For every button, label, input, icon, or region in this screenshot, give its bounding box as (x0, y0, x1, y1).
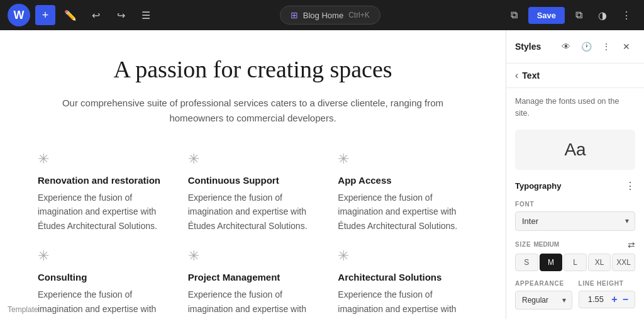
size-l-btn[interactable]: L (564, 254, 587, 271)
main-layout: A passion for creating spaces Our compre… (0, 30, 644, 319)
eye-icon-btn[interactable]: 👁 (557, 38, 575, 55)
topbar-right: ⧉ Save ⧉ ◑ ⋮ (504, 5, 636, 25)
feature-title: Consulting (38, 272, 168, 283)
history-icon-btn[interactable]: 🕐 (577, 38, 595, 55)
size-field-label: SIZE (515, 241, 531, 248)
preview-button[interactable]: ⧉ (504, 5, 525, 25)
dark-mode-button[interactable]: ◑ (592, 5, 613, 25)
typography-label: Typography (515, 181, 625, 191)
line-height-increase-btn[interactable]: + (610, 294, 618, 305)
appearance-select-wrapper: Regular Bold Italic ▾ (515, 291, 572, 310)
size-buttons: S M L XL XXL (515, 254, 635, 271)
feature-title: Continuous Support (188, 175, 318, 186)
features-grid: ✳ Renovation and restoration Experience … (38, 151, 468, 316)
asterisk-icon: ✳ (188, 248, 318, 264)
list-view-button[interactable]: ☰ (136, 5, 156, 25)
add-button[interactable]: + (35, 5, 55, 25)
size-xxl-btn[interactable]: XXL (612, 254, 635, 271)
font-field-label: FONT (515, 201, 635, 208)
appearance-select[interactable]: Regular Bold Italic (515, 291, 572, 310)
appearance-label: APPEARANCE (515, 280, 572, 287)
bottom-row: APPEARANCE Regular Bold Italic ▾ LINE HE… (515, 280, 635, 310)
feature-title: App Access (338, 175, 468, 186)
asterisk-icon: ✳ (188, 151, 318, 167)
asterisk-icon: ✳ (38, 248, 168, 264)
panel-header: Styles 👁 🕐 ⋮ ✕ (506, 30, 644, 64)
page-subtitle: Our comprehensive suite of professional … (38, 96, 468, 126)
wp-logo[interactable]: W (8, 4, 30, 26)
site-icon: ⊞ (291, 10, 298, 20)
feature-title: Project Management (188, 272, 318, 283)
line-height-control: 1.55 + − (579, 291, 636, 308)
back-button[interactable]: ‹ (515, 70, 518, 81)
feature-desc: Experience the fusion of imagination and… (188, 288, 318, 316)
subpanel-title: Text (522, 70, 540, 81)
feature-desc: Experience the fusion of imagination and… (38, 191, 168, 233)
feature-desc: Experience the fusion of imagination and… (338, 191, 468, 233)
feature-title: Renovation and restoration (38, 175, 168, 186)
topbar: W + ✏️ ↩ ↪ ☰ ⊞ Blog Home Ctrl+K ⧉ Save ⧉… (0, 0, 644, 30)
typography-more-btn[interactable]: ⋮ (625, 180, 635, 192)
canvas: A passion for creating spaces Our compre… (0, 30, 506, 319)
page-title: A passion for creating spaces (38, 55, 468, 83)
line-height-decrease-btn[interactable]: − (621, 294, 630, 305)
panel-close-btn[interactable]: ✕ (618, 38, 635, 55)
size-badge: MEDIUM (533, 241, 559, 248)
blog-home-label: Blog Home (303, 11, 343, 20)
panel-description: Manage the fonts used on the site. (515, 96, 635, 120)
feature-title: Architectural Solutions (338, 272, 468, 283)
asterisk-icon: ✳ (338, 151, 468, 167)
asterisk-icon: ✳ (38, 151, 168, 167)
redo-button[interactable]: ↪ (111, 5, 131, 25)
feature-desc: Experience the fusion of imagination and… (38, 288, 168, 316)
line-height-label: LINE HEIGHT (579, 280, 636, 287)
size-m-btn[interactable]: M (540, 254, 563, 271)
sidebar-toggle-button[interactable]: ⧉ (569, 5, 589, 25)
feature-item: ✳ Consulting Experience the fusion of im… (38, 248, 168, 316)
line-height-col: LINE HEIGHT 1.55 + − (579, 280, 636, 310)
font-preview-text: Aa (564, 140, 586, 160)
font-preview: Aa (515, 130, 635, 170)
asterisk-icon: ✳ (338, 248, 468, 264)
draw-icon-btn[interactable]: ✏️ (60, 5, 80, 25)
feature-item: ✳ Project Management Experience the fusi… (188, 248, 318, 316)
font-select[interactable]: Inter Arial Georgia (515, 211, 635, 231)
font-select-wrapper: Inter Arial Georgia ▾ (515, 211, 635, 231)
subpanel-header: ‹ Text (506, 64, 644, 88)
template-label: Template (8, 305, 38, 314)
line-height-value: 1.55 (584, 294, 608, 304)
panel-body: Manage the fonts used on the site. Aa Ty… (506, 88, 644, 317)
more-options-button[interactable]: ⋮ (616, 5, 636, 25)
typography-header: Typography ⋮ (515, 180, 635, 192)
save-button[interactable]: Save (528, 7, 565, 24)
feature-item: ✳ App Access Experience the fusion of im… (338, 151, 468, 233)
size-reset-btn[interactable]: ⇄ (628, 240, 635, 250)
topbar-center: ⊞ Blog Home Ctrl+K (161, 6, 499, 25)
url-bar[interactable]: ⊞ Blog Home Ctrl+K (280, 6, 380, 25)
styles-panel: Styles 👁 🕐 ⋮ ✕ ‹ Text Manage the fonts u… (506, 30, 644, 319)
feature-item: ✳ Renovation and restoration Experience … (38, 151, 168, 233)
feature-item: ✳ Continuous Support Experience the fusi… (188, 151, 318, 233)
feature-desc: Experience the fusion of imagination and… (338, 288, 468, 316)
panel-more-btn[interactable]: ⋮ (597, 38, 615, 55)
size-xl-btn[interactable]: XL (588, 254, 611, 271)
size-s-btn[interactable]: S (515, 254, 538, 271)
feature-desc: Experience the fusion of imagination and… (188, 191, 318, 233)
appearance-col: APPEARANCE Regular Bold Italic ▾ (515, 280, 572, 310)
panel-title: Styles (515, 42, 555, 52)
undo-button[interactable]: ↩ (86, 5, 106, 25)
shortcut-label: Ctrl+K (348, 11, 370, 20)
feature-item: ✳ Architectural Solutions Experience the… (338, 248, 468, 316)
size-label-row: SIZE MEDIUM ⇄ (515, 240, 635, 250)
wp-logo-text: W (14, 9, 25, 22)
